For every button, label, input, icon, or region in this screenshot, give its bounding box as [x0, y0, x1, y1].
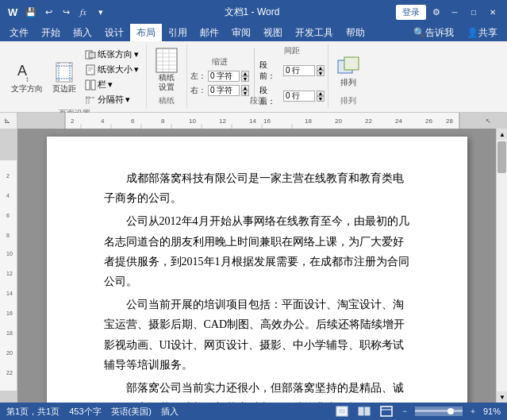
svg-text:↕: ↕: [25, 75, 29, 83]
paragraph-1: 成都部落窝科技有限公司是一家主营在线教育和教育类电子商务的公司。: [104, 168, 410, 208]
svg-rect-11: [86, 65, 94, 75]
svg-text:8: 8: [6, 233, 10, 238]
minimize-button[interactable]: ─: [447, 4, 463, 20]
indent-right-up[interactable]: ▲: [241, 85, 249, 91]
menu-layout[interactable]: 布局: [130, 24, 162, 41]
indent-left-down[interactable]: ▼: [241, 76, 249, 82]
menu-help[interactable]: 帮助: [340, 24, 371, 41]
text-direction-button[interactable]: A ↕ 文字方向: [8, 59, 46, 95]
status-bar: 第1页，共1页 453个字 英语(美国) 插入: [0, 403, 507, 420]
zoom-slider[interactable]: [415, 407, 463, 416]
zoom-minus-icon[interactable]: －: [401, 406, 409, 417]
paragraph-4: 部落窝公司当前实力还很小，但部落窝坚持的是精品、诚信、分享、共同成长。部落窝对老…: [104, 378, 410, 403]
menu-tell-me[interactable]: 🔍 告诉我: [407, 24, 460, 41]
formula-icon[interactable]: 𝑓𝑥: [76, 5, 90, 19]
svg-text:4: 4: [6, 193, 10, 198]
svg-rect-61: [0, 391, 17, 403]
svg-text:2: 2: [6, 173, 10, 179]
scroll-down-button[interactable]: ▼: [497, 391, 507, 403]
menu-mail[interactable]: 邮件: [194, 24, 225, 41]
scroll-thumb[interactable]: [497, 141, 506, 173]
svg-text:22: 22: [6, 370, 13, 376]
paper-size-button[interactable]: 纸张大小 ▾: [83, 63, 141, 76]
options-icon[interactable]: ⚙: [429, 5, 444, 19]
page-margin-icon: [52, 60, 76, 84]
svg-rect-29: [344, 57, 359, 70]
zoom-track: [415, 410, 463, 412]
svg-rect-77: [381, 407, 392, 416]
paper-controls: 纸张方向 ▾ 纸张大小 ▾: [83, 48, 141, 106]
zoom-plus-icon[interactable]: ＋: [469, 406, 477, 417]
columns-icon: [85, 79, 96, 91]
svg-rect-76: [365, 407, 370, 415]
draft-content: 稿纸设置: [152, 48, 182, 94]
svg-rect-59: [0, 129, 17, 403]
ribbon-groups: A ↕ 文字方向: [3, 44, 504, 108]
indent-left-up[interactable]: ▲: [241, 71, 249, 76]
spacing-before-value[interactable]: 0 行: [283, 65, 315, 76]
svg-text:6: 6: [6, 213, 10, 218]
horizontal-ruler: 2 4 6 8 10 12 14 16 18 20 22 24: [17, 113, 507, 129]
svg-text:26: 26: [425, 118, 432, 125]
columns-button[interactable]: 栏 ▾: [83, 78, 141, 91]
svg-text:20: 20: [335, 118, 342, 125]
text-direction-label: 文字方向: [11, 84, 43, 94]
undo-icon[interactable]: ↩: [41, 5, 56, 19]
page-info: 第1页，共1页: [6, 406, 60, 418]
menu-insert[interactable]: 插入: [67, 24, 98, 41]
ribbon-group-paragraph: 缩进 左： 0 字符 ▲ ▼ 右： 0 字符 ▲: [187, 44, 328, 108]
indent-right-value[interactable]: 0 字符: [208, 85, 240, 96]
horizontal-ruler-area: ⊾ 2 4 6 8 10: [0, 113, 507, 129]
menu-references[interactable]: 引用: [162, 24, 194, 41]
arrange-group-label: 排列: [333, 94, 363, 106]
restore-button[interactable]: □: [466, 4, 482, 20]
breaks-button[interactable]: 分隔符 ▾: [83, 93, 141, 106]
menu-bar: 文件 开始 插入 设计 布局 引用 邮件 审阅 视图 开发工具 帮助 🔍 告诉我…: [0, 24, 507, 41]
document-scroll-area[interactable]: 成都部落窝科技有限公司是一家主营在线教育和教育类电子商务的公司。 公司从2012…: [17, 129, 496, 403]
svg-rect-16: [91, 80, 95, 90]
scroll-up-button[interactable]: ▲: [497, 129, 507, 140]
spacing-before-up[interactable]: ▲: [317, 65, 325, 71]
svg-rect-10: [89, 52, 95, 58]
draft-settings-icon: [155, 49, 179, 73]
menu-home[interactable]: 开始: [35, 24, 67, 41]
svg-text:10: 10: [6, 251, 13, 256]
menu-review[interactable]: 审阅: [225, 24, 257, 41]
menu-file[interactable]: 文件: [3, 24, 35, 41]
scroll-track[interactable]: [497, 140, 507, 391]
close-button[interactable]: ✕: [485, 4, 501, 20]
indent-right-label: 右：: [190, 85, 206, 96]
menu-design[interactable]: 设计: [98, 24, 130, 41]
zoom-level[interactable]: 91%: [483, 407, 501, 416]
window-title: 文档1 - Word: [108, 6, 396, 19]
svg-text:W: W: [8, 6, 18, 18]
menu-share[interactable]: 👤 共享: [460, 24, 504, 41]
web-layout-button[interactable]: [378, 405, 394, 418]
document-page[interactable]: 成都部落窝科技有限公司是一家主营在线教育和教育类电子商务的公司。 公司从2012…: [47, 137, 467, 403]
redo-icon[interactable]: ↪: [59, 5, 73, 19]
orientation-icon: [85, 49, 96, 60]
svg-text:16: 16: [6, 310, 13, 316]
login-button[interactable]: 登录: [396, 5, 426, 20]
menu-developer[interactable]: 开发工具: [289, 24, 340, 41]
paragraph-2: 公司从2012年4月开始从事网络在线教育至今，由最初的几名志同道合的朋友利用晚上…: [104, 211, 410, 291]
save-icon[interactable]: 💾: [24, 5, 38, 19]
arrange-button[interactable]: 排列: [333, 52, 363, 89]
menu-view[interactable]: 视图: [257, 24, 289, 41]
vertical-scrollbar[interactable]: ▲ ▼: [496, 129, 507, 403]
spacing-before-down[interactable]: ▼: [317, 71, 325, 76]
customize-quick-access-icon[interactable]: ▾: [94, 5, 108, 19]
zoom-thumb[interactable]: [447, 408, 454, 414]
draft-settings-button[interactable]: 稿纸设置: [152, 48, 182, 94]
page-margin-button[interactable]: 页边距: [49, 59, 79, 95]
breaks-icon: [85, 94, 96, 106]
svg-rect-31: [17, 113, 507, 129]
word-icon: W: [6, 5, 21, 19]
spacing-before-row: 段前： 0 行 ▲ ▼: [259, 60, 325, 82]
indent-right-arrows: ▲ ▼: [241, 85, 249, 96]
title-bar: W 💾 ↩ ↪ 𝑓𝑥 ▾ 文档1 - Word 登录 ⚙ ─ □ ✕: [0, 0, 507, 24]
print-layout-button[interactable]: [334, 405, 350, 418]
paper-orientation-button[interactable]: 纸张方向 ▾: [83, 48, 141, 61]
read-mode-button[interactable]: [356, 405, 372, 418]
indent-left-value[interactable]: 0 字符: [208, 71, 240, 82]
